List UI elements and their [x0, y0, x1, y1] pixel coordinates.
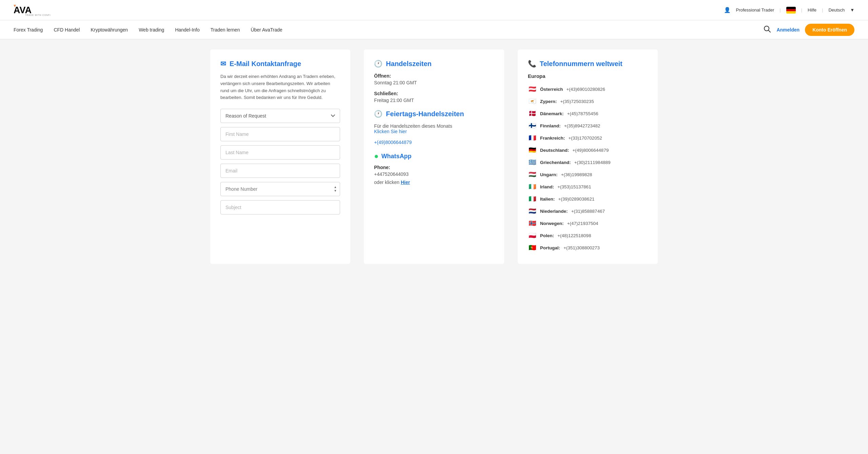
- phone-list-item: 🇮🇹 Italien: +(39)0289038621: [528, 193, 648, 205]
- language-selector[interactable]: Deutsch: [828, 7, 845, 13]
- whatsapp-title: ● WhatsApp: [374, 152, 494, 161]
- country-phone: +(35)8942723482: [564, 123, 600, 128]
- professional-trader-label[interactable]: Professional Trader: [736, 7, 774, 13]
- email-icon: ✉: [220, 60, 226, 68]
- flag-icon: 🇵🇹: [528, 243, 537, 252]
- flag-icon: 🇦🇹: [528, 85, 537, 94]
- phone-list-item: 🇫🇷 Frankreich: +(33)170702052: [528, 132, 648, 144]
- phone-list-item: 🇫🇮 Finnland: +(35)8942723482: [528, 120, 648, 132]
- phone-wrapper: ▲ ▼: [220, 182, 340, 196]
- konto-eroffnen-button[interactable]: Konto Eröffnen: [805, 24, 854, 36]
- nav-uber-avatrade[interactable]: Über AvaTrade: [251, 27, 282, 33]
- country-phone: +(39)0289038621: [558, 197, 594, 202]
- country-name: Österreich: [540, 87, 563, 92]
- intro-text: Da wir derzeit einen erhöhten Andrang an…: [220, 73, 340, 101]
- email-section: ✉ E-Mail Kontaktanfrage Da wir derzeit e…: [210, 49, 350, 264]
- email-input[interactable]: [220, 164, 340, 178]
- holiday-intro: Für die Handelszeiten dieses Monats Klic…: [374, 123, 494, 134]
- open-label: Öffnen:: [374, 73, 494, 79]
- top-bar: AVA TRADE WITH CONFIDENCE 👤 Professional…: [0, 0, 868, 20]
- hilfe-link[interactable]: Hilfe: [808, 7, 816, 13]
- phone-numbers-title: 📞 Telefonnummern weltweit: [528, 60, 648, 68]
- open-value: Sonntag 21:00 GMT: [374, 80, 494, 85]
- country-name: Ungarn:: [540, 172, 558, 177]
- phone-number-link[interactable]: +(49)8006644879: [374, 140, 494, 145]
- phone-list-item: 🇳🇱 Niederlande: +(31)858887467: [528, 205, 648, 217]
- country-name: Frankreich:: [540, 136, 565, 141]
- whatsapp-section: ● WhatsApp Phone: +447520644093 oder kli…: [374, 152, 494, 185]
- spinner-down[interactable]: ▼: [334, 189, 337, 192]
- phone-list-item: 🇩🇰 Dänemark: +(45)78755456: [528, 107, 648, 120]
- language-chevron[interactable]: ▼: [850, 7, 854, 13]
- country-name: Finnland:: [540, 123, 561, 128]
- nav-traden-lernen[interactable]: Traden lernen: [211, 27, 240, 33]
- nav-bar: Forex Trading CFD Handel Kryptowährungen…: [0, 20, 868, 39]
- nav-web-trading[interactable]: Web trading: [139, 27, 164, 33]
- first-name-input[interactable]: [220, 127, 340, 141]
- phone-list-item: 🇬🇷 Griechenland: +(30)2111984889: [528, 156, 648, 168]
- whatsapp-oder-text: oder klicken Hier: [374, 180, 494, 185]
- country-name: Norwegen:: [540, 221, 564, 226]
- divider-2: |: [801, 7, 802, 13]
- phone-list-item: 🇩🇪 Deutschland: +(49)8006644879: [528, 144, 648, 156]
- anmelden-button[interactable]: Anmelden: [776, 27, 800, 33]
- country-name: Dänemark:: [540, 111, 564, 116]
- clock-icon: 🕐: [374, 60, 382, 68]
- flag-icon: 🇩🇰: [528, 109, 537, 118]
- flag-icon: 🇩🇪: [528, 146, 537, 154]
- subject-input[interactable]: [220, 200, 340, 214]
- phone-list-item: 🇳🇴 Norwegen: +(47)21937504: [528, 217, 648, 229]
- flag-icon: 🇫🇮: [528, 121, 537, 130]
- nav-items: Forex Trading CFD Handel Kryptowährungen…: [14, 27, 282, 33]
- country-name: Griechenland:: [540, 160, 571, 165]
- country-phone: +(353)15137861: [557, 184, 591, 189]
- phone-list-item: 🇮🇪 Irland: +(353)15137861: [528, 181, 648, 193]
- country-name: Italien:: [540, 197, 555, 202]
- spinner-up[interactable]: ▲: [334, 186, 337, 189]
- phone-number-input[interactable]: [220, 182, 340, 196]
- flag-icon: 🇵🇱: [528, 231, 537, 240]
- email-title-text: E-Mail Kontaktanfrage: [230, 60, 301, 68]
- phone-section: 📞 Telefonnummern weltweit Europa 🇦🇹 Öste…: [518, 49, 658, 264]
- country-phone: +(33)170702052: [568, 136, 602, 141]
- user-icon: 👤: [724, 7, 731, 13]
- phone-list-item: 🇭🇺 Ungarn: +(36)19989828: [528, 168, 648, 181]
- reason-select[interactable]: Reason of Request: [220, 109, 340, 123]
- phone-list: 🇦🇹 Österreich +(43)69010280826 🇨🇾 Zypern…: [528, 83, 648, 254]
- close-label: Schließen:: [374, 91, 494, 96]
- flag-icon: 🇳🇱: [528, 207, 537, 215]
- country-name: Portugal:: [540, 245, 560, 250]
- country-phone: +(43)69010280826: [566, 87, 605, 92]
- clock-icon-2: 🕐: [374, 110, 382, 118]
- flag-icon: 🇳🇴: [528, 219, 537, 228]
- country-phone: +(49)8006644879: [572, 148, 609, 153]
- search-icon[interactable]: [764, 25, 771, 34]
- nav-handel-info[interactable]: Handel-Info: [175, 27, 199, 33]
- email-section-title: ✉ E-Mail Kontaktanfrage: [220, 60, 340, 68]
- close-value: Freitag 21:00 GMT: [374, 98, 494, 103]
- region-title: Europa: [528, 73, 648, 79]
- country-name: Zypern:: [540, 99, 557, 104]
- nav-right: Anmelden Konto Eröffnen: [764, 24, 854, 36]
- flag-icon: 🇫🇷: [528, 133, 537, 142]
- country-phone: +(31)858887467: [571, 209, 605, 214]
- logo[interactable]: AVA TRADE WITH CONFIDENCE: [14, 4, 50, 16]
- top-right-area: 👤 Professional Trader | | Hilfe | Deutsc…: [724, 7, 855, 14]
- phone-list-item: 🇵🇱 Polen: +(48)122518098: [528, 229, 648, 242]
- last-name-input[interactable]: [220, 145, 340, 160]
- phone-list-item: 🇦🇹 Österreich +(43)69010280826: [528, 83, 648, 95]
- phone-spinner[interactable]: ▲ ▼: [334, 186, 337, 192]
- flag-icon: 🇮🇪: [528, 182, 537, 191]
- holiday-intro-text: Für die Handelszeiten dieses Monats: [374, 123, 452, 129]
- country-phone: +(36)19989828: [561, 172, 592, 177]
- hours-section: 🕐 Handelszeiten Öffnen: Sonntag 21:00 GM…: [364, 49, 504, 264]
- holiday-hours-title: 🕐 Feiertags-Handelszeiten: [374, 110, 494, 118]
- flag-germany[interactable]: [786, 7, 796, 14]
- nav-cfd-handel[interactable]: CFD Handel: [54, 27, 80, 33]
- whatsapp-hier-link[interactable]: Hier: [401, 180, 410, 185]
- country-phone: +(45)78755456: [567, 111, 598, 116]
- holiday-link[interactable]: Klicken Sie hier: [374, 129, 407, 134]
- nav-kryptowahrungen[interactable]: Kryptowährungen: [91, 27, 128, 33]
- nav-forex-trading[interactable]: Forex Trading: [14, 27, 43, 33]
- country-name: Irland:: [540, 184, 554, 189]
